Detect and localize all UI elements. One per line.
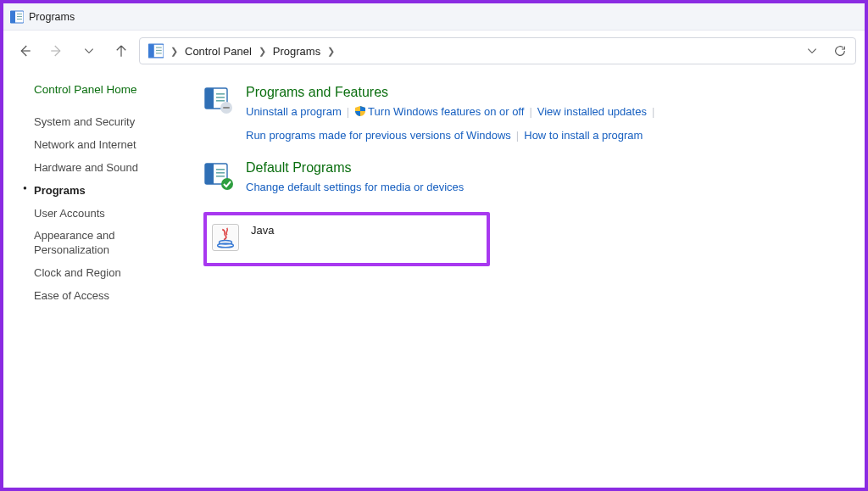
sidebar-item-hardware-and-sound[interactable]: Hardware and Sound <box>34 157 188 180</box>
sidebar-item-user-accounts[interactable]: User Accounts <box>34 203 188 226</box>
main-panel: Programs and Features Uninstall a progra… <box>188 83 865 308</box>
svg-rect-4 <box>17 19 22 20</box>
nav-buttons <box>15 42 131 60</box>
chevron-right-icon[interactable]: ❯ <box>327 46 335 57</box>
address-bar[interactable]: ❯ Control Panel ❯ Programs ❯ <box>139 37 856 64</box>
nav-row: ❯ Control Panel ❯ Programs ❯ <box>3 31 865 71</box>
sidebar-item-system-and-security[interactable]: System and Security <box>34 111 188 134</box>
link-uninstall-program[interactable]: Uninstall a program <box>246 103 342 121</box>
svg-rect-20 <box>216 172 225 174</box>
sidebar-list: System and SecurityNetwork and InternetH… <box>34 111 188 308</box>
back-button[interactable] <box>15 42 34 60</box>
svg-rect-13 <box>216 97 225 98</box>
sidebar: Control Panel Home System and SecurityNe… <box>3 83 188 308</box>
category-programs-and-features: Programs and Features Uninstall a progra… <box>203 85 865 145</box>
recent-locations-button[interactable] <box>80 42 98 60</box>
control-panel-home-link[interactable]: Control Panel Home <box>34 83 188 96</box>
svg-rect-2 <box>17 14 22 14</box>
link-run-compat[interactable]: Run programs made for previous versions … <box>246 126 511 145</box>
svg-rect-16 <box>223 107 230 109</box>
breadcrumb-root[interactable]: Control Panel <box>185 45 252 58</box>
sidebar-item-network-and-internet[interactable]: Network and Internet <box>34 134 188 157</box>
java-highlight: Java <box>203 212 490 266</box>
refresh-button[interactable] <box>833 44 847 58</box>
svg-rect-12 <box>216 93 225 95</box>
svg-rect-8 <box>156 50 162 51</box>
sidebar-item-appearance-and-personalization[interactable]: Appearance and Personalization <box>34 225 188 262</box>
svg-rect-1 <box>10 11 15 23</box>
svg-rect-6 <box>148 44 154 58</box>
svg-rect-11 <box>205 88 214 109</box>
up-button[interactable] <box>112 42 131 60</box>
sidebar-item-clock-and-region[interactable]: Clock and Region <box>34 262 188 285</box>
svg-rect-3 <box>17 16 22 17</box>
window-frame: Programs ❯ Control Panel ❯ Programs <box>0 0 868 491</box>
svg-rect-18 <box>205 164 214 184</box>
link-how-to-install[interactable]: How to install a program <box>524 126 643 145</box>
content-area: Control Panel Home System and SecurityNe… <box>3 71 865 308</box>
link-turn-windows-features[interactable]: Turn Windows features on or off <box>354 103 524 121</box>
control-panel-icon <box>148 43 164 59</box>
breadcrumb-current[interactable]: Programs <box>273 45 320 58</box>
svg-point-22 <box>221 178 233 190</box>
default-programs-icon <box>203 160 234 191</box>
sidebar-item-ease-of-access[interactable]: Ease of Access <box>34 285 188 308</box>
svg-rect-7 <box>156 47 162 48</box>
chevron-down-icon[interactable] <box>806 45 818 57</box>
control-panel-icon <box>10 10 24 24</box>
forward-button[interactable] <box>47 42 66 60</box>
chevron-right-icon[interactable]: ❯ <box>170 46 178 57</box>
category-links: Uninstall a program | Turn Windows featu… <box>246 103 721 145</box>
window-title: Programs <box>29 11 75 23</box>
link-view-installed-updates[interactable]: View installed updates <box>537 103 647 121</box>
svg-rect-21 <box>216 176 225 177</box>
sidebar-item-programs[interactable]: Programs <box>34 180 188 203</box>
category-title[interactable]: Java <box>251 224 274 237</box>
category-title[interactable]: Programs and Features <box>246 85 865 100</box>
category-title[interactable]: Default Programs <box>246 160 865 176</box>
svg-point-24 <box>218 243 234 248</box>
category-default-programs: Default Programs Change default settings… <box>203 160 865 197</box>
programs-features-icon <box>203 85 234 115</box>
svg-rect-9 <box>156 53 162 53</box>
shield-icon <box>354 105 366 117</box>
svg-rect-19 <box>216 169 225 170</box>
link-change-default-settings[interactable]: Change default settings for media or dev… <box>246 178 464 197</box>
svg-rect-14 <box>216 100 225 102</box>
chevron-right-icon[interactable]: ❯ <box>259 46 266 57</box>
java-icon <box>212 224 239 251</box>
titlebar: Programs <box>3 3 865 31</box>
